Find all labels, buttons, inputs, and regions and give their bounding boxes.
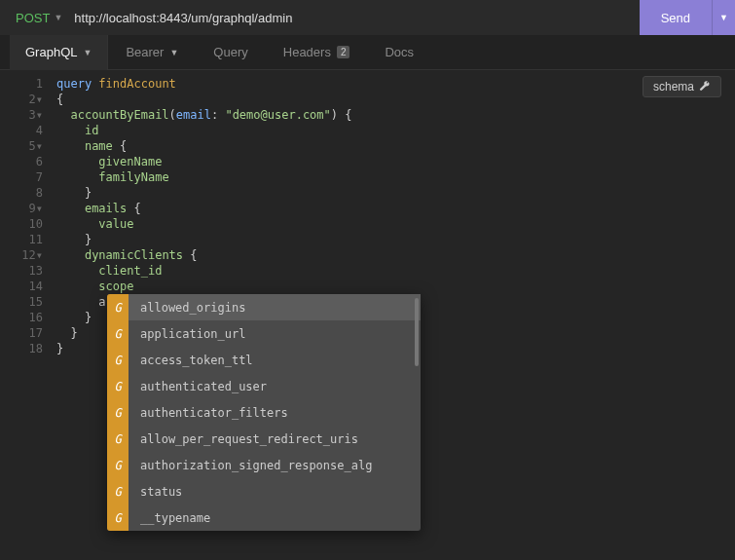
send-dropdown-button[interactable]: ▼ [712,0,735,35]
line-number: 8 [0,185,43,201]
autocomplete-type-badge: G [107,373,129,399]
wrench-icon [699,81,711,93]
autocomplete-item[interactable]: authenticator_filters [129,399,421,426]
line-number: 5▾ [0,138,43,154]
line-number: 1 [0,76,43,92]
body-type-label: GraphQL [25,45,77,59]
line-number: 12▾ [0,247,43,263]
schema-button[interactable]: schema [643,76,721,97]
line-number: 18 [0,341,43,356]
line-number: 11 [0,232,43,247]
caret-down-icon: ▼ [83,48,92,57]
send-button[interactable]: Send [640,0,712,35]
line-number: 9▾ [0,201,43,216]
autocomplete-type-badge: G [107,320,129,347]
line-number: 13 [0,263,43,279]
autocomplete-type-badge: G [107,399,129,426]
autocomplete-type-badge: G [107,478,129,504]
autocomplete-item[interactable]: authenticated_user [129,373,421,399]
auth-tab[interactable]: Bearer ▼ [108,35,196,70]
request-bar: POST ▼ Send ▼ [0,0,735,35]
autocomplete-item[interactable]: status [129,478,421,504]
scrollbar-thumb[interactable] [415,298,419,366]
line-number: 6 [0,154,43,169]
docs-tab[interactable]: Docs [367,35,431,70]
autocomplete-item[interactable]: allowed_origins [129,294,421,320]
toolbar: GraphQL ▼ Bearer ▼ Query Headers 2 Docs [0,35,735,70]
line-number: 7 [0,169,43,185]
line-number: 3▾ [0,107,43,123]
line-number: 17 [0,325,43,341]
autocomplete-type-badge: G [107,452,129,478]
docs-tab-label: Docs [385,45,414,59]
line-number: 4 [0,123,43,138]
autocomplete-type-badge: G [107,347,129,373]
body-type-tab[interactable]: GraphQL ▼ [10,35,108,70]
query-tab[interactable]: Query [196,35,265,70]
method-caret-icon[interactable]: ▼ [54,13,62,22]
line-gutter: 1 2▾3▾4 5▾6 7 8 9▾10 11 12▾13 14 15 16 1… [0,76,51,356]
autocomplete-list: allowed_originsapplication_urlaccess_tok… [129,294,421,531]
autocomplete-item[interactable]: access_token_ttl [129,347,421,373]
headers-count-badge: 2 [337,46,350,58]
query-tab-label: Query [213,45,247,59]
autocomplete-item[interactable]: authorization_signed_response_alg [129,452,421,478]
caret-down-icon: ▼ [169,48,178,57]
code-editor[interactable]: schema 1 2▾3▾4 5▾6 7 8 9▾10 11 12▾13 14 … [0,70,735,560]
headers-tab-label: Headers [283,45,331,59]
schema-button-label: schema [653,80,694,93]
autocomplete-type-badge: G [107,294,129,320]
autocomplete-item[interactable]: allow_per_request_redirect_uris [129,426,421,452]
autocomplete-badge-column: GGGGGGGGG [107,294,129,531]
line-number: 16 [0,310,43,325]
url-input[interactable] [74,11,639,25]
autocomplete-item[interactable]: application_url [129,320,421,347]
line-number: 10 [0,216,43,232]
autocomplete-item[interactable]: __typename [129,504,421,531]
http-method[interactable]: POST [16,11,50,25]
line-number: 15 [0,294,43,310]
headers-tab[interactable]: Headers 2 [266,35,368,70]
autocomplete-type-badge: G [107,504,129,531]
line-number: 2▾ [0,92,43,107]
auth-tab-label: Bearer [126,45,164,59]
autocomplete-popup: GGGGGGGGG allowed_originsapplication_url… [107,294,421,531]
autocomplete-type-badge: G [107,426,129,452]
line-number: 14 [0,279,43,294]
